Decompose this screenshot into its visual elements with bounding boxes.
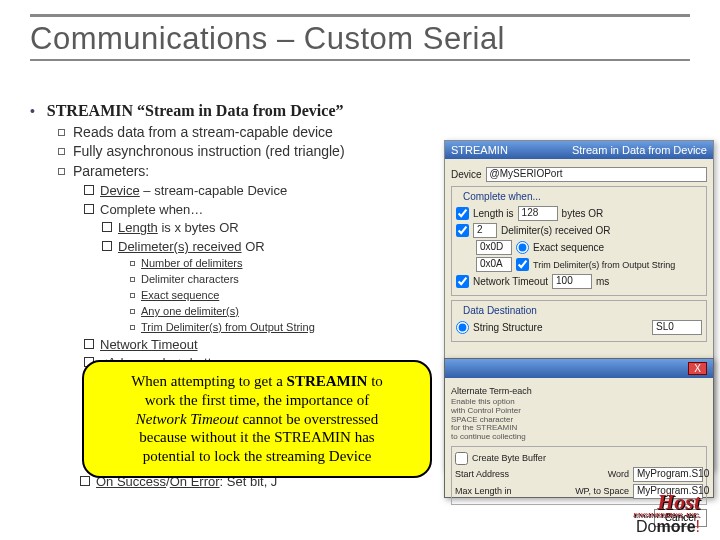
square-bullet [58, 129, 65, 136]
net-field[interactable]: 100 [552, 274, 592, 289]
hex1-field[interactable]: 0x0D [476, 240, 512, 255]
footer-logo: Host ENGINEERING, INC. Domore! [633, 492, 700, 536]
title-underline [30, 59, 690, 61]
sd6: to continue collecting [451, 433, 707, 442]
callout-bubble: When attempting to get a STREAMIN to wor… [82, 360, 432, 478]
trim-checkbox[interactable] [516, 258, 529, 271]
l2-a: Reads data from a stream-capable device [58, 123, 700, 142]
exact-radio[interactable] [516, 241, 529, 254]
dest-field[interactable]: SL0 [652, 320, 702, 335]
net-checkbox[interactable] [456, 275, 469, 288]
l4b-text: Delimiter characters [141, 273, 239, 285]
complete-group: Complete when... Length is 128 bytes OR … [451, 186, 707, 296]
sub-dialog-titlebar: X [445, 359, 713, 378]
co-3a: Network Timeout [136, 411, 239, 427]
l2b-text: Fully asynchronous instruction (red tria… [73, 143, 345, 159]
host-logo: Host ENGINEERING, INC. [633, 492, 700, 518]
checkbox-icon [84, 204, 94, 214]
delim-label: Delimiter(s) received OR [501, 225, 610, 236]
l1-prefix: STREAMIN [47, 102, 137, 119]
co-5: potential to lock the streaming Device [143, 448, 372, 464]
net-unit: ms [596, 276, 609, 287]
dialog-body: Device @MySERIOPort Complete when... Len… [445, 159, 713, 348]
co-1c: to [367, 373, 382, 389]
dialog-titlebar: STREAMIN Stream in Data from Device [445, 141, 713, 159]
advanced-sub-dialog: X Alternate Term-each Enable this option… [444, 358, 714, 498]
dialog-title-right: Stream in Data from Device [572, 144, 707, 156]
delim-count-field[interactable]: 2 [473, 223, 497, 238]
domore-a: Do [636, 518, 656, 535]
length-unit: bytes OR [562, 208, 604, 219]
tiny-bullet [130, 277, 135, 282]
length-rest: is x bytes OR [158, 220, 239, 235]
buffer-cb[interactable] [455, 452, 468, 465]
slide-title: Communications – Custom Serial [30, 21, 690, 57]
l4a-text: Number of delimiters [141, 257, 242, 269]
l1-text: STREAMIN “Stream in Data from Device” [47, 102, 344, 119]
t2v-field[interactable]: MyProgram.S10 [633, 467, 703, 482]
co-4: because without it the STREAMIN has [139, 429, 374, 445]
l4e-text: Trim Delimiter(s) from Output String [141, 321, 315, 333]
l2a-text: Reads data from a stream-capable device [73, 124, 333, 140]
length-label: Length is [473, 208, 514, 219]
checkbox-icon [80, 476, 90, 486]
length-field[interactable]: 128 [518, 206, 558, 221]
t3r: WP, to Space [575, 486, 629, 496]
length-u: Length [118, 220, 158, 235]
length-checkbox[interactable] [456, 207, 469, 220]
checkbox-icon [84, 339, 94, 349]
sd1: Alternate Term-each [451, 386, 532, 396]
co-1a: When attempting to get a [131, 373, 286, 389]
domore-b: more [656, 518, 695, 535]
domore-excl: ! [696, 518, 700, 535]
co-3b: cannot be overstressed [239, 411, 379, 427]
domore-logo: Domore! [633, 518, 700, 536]
close-icon[interactable]: X [688, 362, 707, 375]
top-rule [30, 14, 690, 17]
checkbox-icon [84, 185, 94, 195]
dialog-title-left: STREAMIN [451, 144, 508, 156]
l4d-text: Any one delimiter(s) [141, 305, 239, 317]
buffer-label: Create Byte Buffer [472, 453, 546, 463]
net-u: Network Timeout [100, 337, 198, 352]
exact-label: Exact sequence [533, 242, 604, 253]
dest-radio[interactable] [456, 321, 469, 334]
dest-opt: String Structure [473, 322, 542, 333]
complete-group-title: Complete when... [460, 191, 544, 202]
square-bullet [58, 168, 65, 175]
t2l: Start Address [455, 469, 509, 479]
hex2-field[interactable]: 0x0A [476, 257, 512, 272]
complete-text: Complete when… [100, 202, 203, 217]
device-u: Device [100, 183, 140, 198]
t3l: Max Length in [455, 486, 512, 496]
l1-quote: “Stream in Data from Device” [137, 102, 343, 119]
l2c-text: Parameters: [73, 163, 149, 179]
tiny-bullet [130, 293, 135, 298]
bullet-dot: • [30, 103, 35, 119]
trim-label: Trim Delimiter(s) from Output String [533, 260, 675, 270]
t2r: Word [608, 469, 629, 479]
delim-rest: OR [242, 239, 265, 254]
checkbox-icon [102, 222, 112, 232]
co-1b: STREAMIN [287, 373, 368, 389]
dest-group: Data Destination String Structure SL0 [451, 300, 707, 342]
device-rest: – stream-capable Device [140, 183, 287, 198]
checkbox-icon [102, 241, 112, 251]
tiny-bullet [130, 261, 135, 266]
tiny-bullet [130, 309, 135, 314]
l4c-text: Exact sequence [141, 289, 219, 301]
dest-group-title: Data Destination [460, 305, 540, 316]
device-field[interactable]: @MySERIOPort [486, 167, 707, 182]
bullet-lvl1: • STREAMIN “Stream in Data from Device” [30, 100, 700, 122]
tiny-bullet [130, 325, 135, 330]
co-2: work the first time, the importance of [145, 392, 370, 408]
delim-u: Delimeter(s) received [118, 239, 242, 254]
delim-checkbox[interactable] [456, 224, 469, 237]
device-label: Device [451, 169, 482, 180]
square-bullet [58, 148, 65, 155]
net-label: Network Timeout [473, 276, 548, 287]
